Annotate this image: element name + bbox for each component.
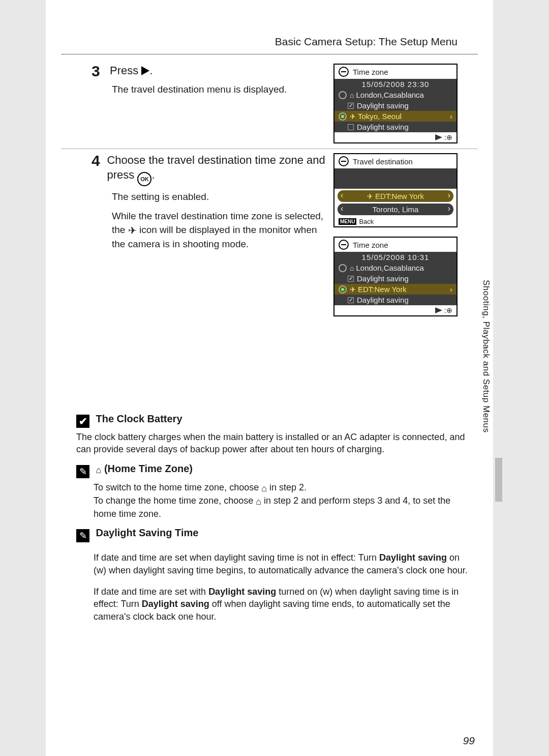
home-icon: ⌂ <box>256 496 261 508</box>
globe-icon <box>339 67 349 77</box>
text: If date and time are set with Daylight s… <box>94 586 468 623</box>
chevron-right-icon: › <box>450 285 452 294</box>
home-icon: ⌂ <box>350 264 354 272</box>
menu-icon: MENU <box>339 218 356 225</box>
lcd-ds2-row: Daylight saving <box>334 295 456 305</box>
text: While the travel destination time zone i… <box>112 210 326 251</box>
text-bold: Daylight saving <box>379 553 447 563</box>
text: Travel destination <box>353 157 413 166</box>
home-icon: ⌂ <box>350 91 354 99</box>
note-home-timezone: ✎ ⌂ (Home Time Zone) To switch to the ho… <box>76 463 468 520</box>
text: The travel destination menu is displayed… <box>112 83 326 97</box>
checkbox-icon <box>348 124 354 130</box>
chevron-right-icon: › <box>450 112 452 121</box>
pencil-box-icon: ✎ <box>76 465 89 478</box>
lcd-ds2-row: Daylight saving <box>334 122 456 132</box>
text: If date and time are set with <box>94 587 208 597</box>
text: Time zone <box>353 68 388 76</box>
text: . <box>149 64 152 77</box>
play-right-icon <box>435 134 442 140</box>
plane-icon: ✈ <box>350 112 356 121</box>
lcd-home-row: ⌂London,Casablanca <box>334 263 456 273</box>
radio-selected-icon <box>339 112 347 121</box>
lcd-ds-row: Daylight saving <box>334 100 456 111</box>
text: The setting is enabled. <box>112 190 326 204</box>
step-body: The setting is enabled. While the travel… <box>112 190 326 251</box>
lcd-title: Time zone <box>334 65 456 79</box>
text: Toronto, Lima <box>373 205 419 214</box>
note-body: The clock battery charges when the main … <box>76 431 468 456</box>
note-title: Daylight Saving Time <box>96 527 198 538</box>
lcd-footer: :⊕ <box>334 305 456 315</box>
text: Back <box>359 218 374 225</box>
note-clock-battery: ✔ The Clock Battery The clock battery ch… <box>76 413 468 456</box>
text: (Home Time Zone) <box>104 463 193 474</box>
text: To switch to the home time zone, choose <box>94 482 261 492</box>
check-box-icon: ✔ <box>76 415 89 428</box>
lcd-ds-row: Daylight saving <box>334 273 456 284</box>
step-title: Choose the travel destination time zone … <box>107 153 326 186</box>
lcd-home-row: ⌂London,Casablanca <box>334 90 456 100</box>
lcd-title: Travel destination <box>334 154 456 168</box>
text: Press <box>110 64 141 77</box>
text: Tokyo, Seoul <box>358 112 402 121</box>
plane-icon: ✈ <box>350 285 356 294</box>
step-4: 4 Choose the travel destination time zon… <box>61 149 478 322</box>
side-tab-label: Shooting, Playback and Setup Menus <box>481 280 491 433</box>
step-number: 4 <box>92 153 104 168</box>
text: Time zone <box>353 241 388 249</box>
right-arrow-icon <box>141 66 149 75</box>
text: Daylight saving <box>357 101 409 110</box>
checkbox-on-icon <box>348 103 354 109</box>
page-number: 99 <box>463 735 475 747</box>
text: If date and time are set when daylight s… <box>94 551 468 576</box>
lcd-footer: MENUBack <box>334 217 456 226</box>
pencil-box-icon: ✎ <box>76 529 89 542</box>
step-3: 3 Press . The travel destination menu is… <box>61 60 478 149</box>
home-icon: ⌂ <box>261 482 267 495</box>
lcd-timezone-1: Time zone 15/05/2008 23:30 ⌂London,Casab… <box>333 64 458 143</box>
lcd-gap <box>334 168 456 189</box>
text: in step 2. <box>267 482 307 492</box>
globe-small-icon: :⊕ <box>444 306 452 314</box>
lcd-option: Toronto, Lima <box>338 203 453 215</box>
text: London,Casablanca <box>356 264 423 272</box>
text: EDT:New York <box>358 285 407 294</box>
globe-icon <box>339 156 349 166</box>
page-header: Basic Camera Setup: The Setup Menu <box>61 20 478 54</box>
step-body: The travel destination menu is displayed… <box>112 83 326 97</box>
lcd-option-selected: ✈EDT:New York <box>338 190 453 202</box>
radio-selected-icon <box>339 285 347 294</box>
checkbox-on-icon <box>348 276 354 282</box>
play-right-icon <box>435 307 442 313</box>
lcd-footer: :⊕ <box>334 132 456 142</box>
side-tab-indicator <box>495 458 502 502</box>
lcd-date: 15/05/2008 10:31 <box>334 252 456 263</box>
text: . <box>151 168 155 181</box>
text: Daylight saving <box>357 274 409 283</box>
text: EDT:New York <box>375 192 424 200</box>
text: London,Casablanca <box>356 91 423 99</box>
text: If date and time are set when daylight s… <box>94 553 379 563</box>
note-title: The Clock Battery <box>96 413 182 424</box>
lcd-timezone-2: Time zone 15/05/2008 10:31 ⌂London,Casab… <box>333 237 458 316</box>
home-icon: ⌂ <box>96 465 101 476</box>
lcd-date: 15/05/2008 23:30 <box>334 79 456 90</box>
notes-section: ✔ The Clock Battery The clock battery ch… <box>46 408 493 637</box>
manual-page: Basic Camera Setup: The Setup Menu 3 Pre… <box>46 0 493 756</box>
text: Daylight saving <box>357 123 409 131</box>
note-dst: ✎ Daylight Saving Time If date and time … <box>76 527 468 622</box>
plane-icon: ✈ <box>128 223 137 238</box>
note-body: To switch to the home time zone, choose … <box>94 481 468 520</box>
lcd-dest-row: ✈EDT:New York› <box>334 284 456 295</box>
lcd-dest-row: ✈Tokyo, Seoul› <box>334 111 456 122</box>
text: icon will be displayed in the monitor wh… <box>112 224 317 249</box>
lcd-travel-dest: Travel destination ✈EDT:New York Toronto… <box>333 153 458 227</box>
text-bold: Daylight saving <box>208 587 276 597</box>
radio-icon <box>339 91 347 99</box>
plane-icon: ✈ <box>367 192 373 200</box>
ok-icon: OK <box>137 172 151 186</box>
text: Daylight saving <box>357 296 409 304</box>
checkbox-on-icon <box>348 297 354 303</box>
note-body: If date and time are set when daylight s… <box>94 551 468 622</box>
